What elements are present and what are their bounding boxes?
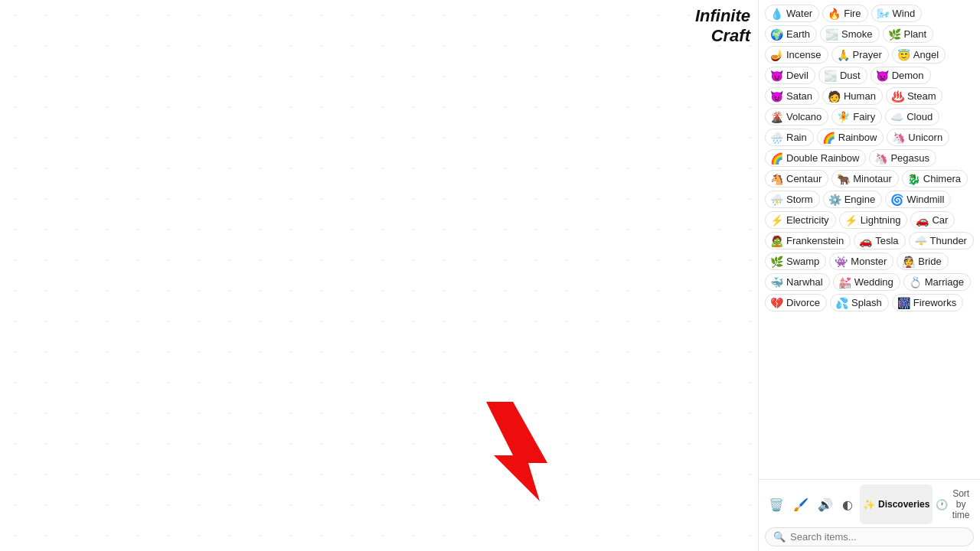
item-divorce[interactable]: 💔Divorce bbox=[765, 294, 827, 311]
icon-narwhal: 🐳 bbox=[770, 277, 783, 288]
label-incense: Incense bbox=[786, 49, 822, 60]
trash-icon[interactable]: 🗑️ bbox=[766, 495, 786, 514]
label-lightning: Lightning bbox=[861, 214, 901, 226]
item-marriage[interactable]: 💍Marriage bbox=[903, 273, 971, 291]
theme-icon[interactable]: ◐ bbox=[840, 495, 855, 514]
item-windmill[interactable]: 🌀Windmill bbox=[885, 191, 951, 208]
item-rainbow[interactable]: 🌈Rainbow bbox=[817, 129, 884, 146]
item-fairy[interactable]: 🧚Fairy bbox=[831, 108, 882, 126]
item-angel[interactable]: 😇Angel bbox=[892, 46, 946, 64]
item-incense[interactable]: 🪔Incense bbox=[765, 46, 828, 64]
item-rain[interactable]: 🌧️Rain bbox=[765, 129, 814, 146]
icon-lightning: ⚡ bbox=[844, 215, 858, 226]
icon-unicorn: 🦄 bbox=[892, 132, 905, 143]
volume-icon[interactable]: 🔊 bbox=[815, 495, 835, 514]
icon-swamp: 🌿 bbox=[770, 256, 783, 267]
label-splash: Splash bbox=[851, 297, 882, 308]
item-fire[interactable]: 🔥Fire bbox=[822, 5, 867, 22]
icon-devil: 😈 bbox=[770, 70, 783, 81]
canvas-area[interactable]: Infinite Craft bbox=[0, 0, 758, 551]
label-minotaur: Minotaur bbox=[853, 173, 892, 184]
label-dust: Dust bbox=[840, 70, 861, 81]
tab-discoveries[interactable]: ✨Discoveries bbox=[860, 484, 933, 524]
item-plant[interactable]: 🌿Plant bbox=[883, 25, 934, 43]
search-input[interactable] bbox=[790, 531, 965, 543]
icon-earth: 🌍 bbox=[770, 29, 783, 40]
label-earth: Earth bbox=[786, 28, 810, 40]
item-engine[interactable]: ⚙️Engine bbox=[823, 191, 882, 208]
label-unicorn: Unicorn bbox=[908, 132, 942, 143]
item-frankenstein[interactable]: 🧟Frankenstein bbox=[765, 232, 851, 249]
label-plant: Plant bbox=[904, 28, 927, 40]
icon-windmill: 🌀 bbox=[890, 194, 903, 205]
label-human: Human bbox=[844, 90, 876, 102]
item-steam[interactable]: ♨️Steam bbox=[886, 87, 943, 105]
item-human[interactable]: 🧑Human bbox=[822, 87, 883, 105]
item-dust[interactable]: 🌫️Dust bbox=[818, 67, 867, 84]
item-lightning[interactable]: ⚡Lightning bbox=[839, 211, 908, 229]
icon-rainbow: 🌈 bbox=[822, 132, 835, 143]
item-monster[interactable]: 👾Monster bbox=[829, 253, 893, 270]
item-satan[interactable]: 😈Satan bbox=[765, 87, 819, 105]
item-volcano[interactable]: 🌋Volcano bbox=[765, 108, 828, 126]
icon-wind: 🌬️ bbox=[877, 8, 890, 19]
label-fire: Fire bbox=[844, 8, 861, 19]
label-swamp: Swamp bbox=[786, 256, 819, 267]
icon-minotaur: 🐂 bbox=[837, 174, 850, 184]
label-storm: Storm bbox=[786, 194, 813, 205]
item-water[interactable]: 💧Water bbox=[765, 5, 819, 22]
item-wedding[interactable]: 💒Wedding bbox=[833, 273, 900, 291]
items-grid[interactable]: 💧Water🔥Fire🌬️Wind🌍Earth🌫️Smoke🌿Plant🪔Inc… bbox=[759, 0, 980, 479]
icon-fire: 🔥 bbox=[828, 8, 841, 19]
item-fireworks[interactable]: 🎆Fireworks bbox=[892, 294, 963, 311]
label-demon: Demon bbox=[892, 70, 924, 81]
item-earth[interactable]: 🌍Earth bbox=[765, 25, 817, 43]
icon-tesla: 🚗 bbox=[859, 236, 872, 246]
brush-icon[interactable]: 🖌️ bbox=[791, 495, 811, 514]
tab-icon-discoveries: ✨ bbox=[863, 499, 875, 510]
search-bar[interactable]: 🔍 bbox=[765, 527, 974, 546]
label-centaur: Centaur bbox=[786, 173, 822, 184]
label-rain: Rain bbox=[786, 132, 807, 143]
label-bride: Bride bbox=[918, 256, 941, 267]
label-tesla: Tesla bbox=[875, 235, 898, 246]
item-double-rainbow[interactable]: 🌈Double Rainbow bbox=[765, 149, 866, 167]
item-electricity[interactable]: ⚡Electricity bbox=[765, 211, 836, 229]
item-demon[interactable]: 👿Demon bbox=[871, 67, 931, 84]
item-bride[interactable]: 👰Bride bbox=[897, 253, 948, 270]
label-monster: Monster bbox=[851, 256, 887, 267]
label-angel: Angel bbox=[913, 49, 939, 60]
item-unicorn[interactable]: 🦄Unicorn bbox=[887, 129, 949, 146]
item-car[interactable]: 🚗Car bbox=[910, 211, 955, 229]
item-chimera[interactable]: 🐉Chimera bbox=[902, 170, 968, 187]
red-arrow bbox=[471, 402, 563, 509]
item-wind[interactable]: 🌬️Wind bbox=[871, 5, 923, 22]
item-storm[interactable]: ⛈️Storm bbox=[765, 191, 820, 208]
icon-centaur: 🐴 bbox=[770, 174, 783, 184]
item-smoke[interactable]: 🌫️Smoke bbox=[820, 25, 879, 43]
label-car: Car bbox=[932, 214, 948, 226]
label-engine: Engine bbox=[844, 194, 875, 205]
item-centaur[interactable]: 🐴Centaur bbox=[765, 170, 828, 187]
icon-incense: 🪔 bbox=[770, 50, 783, 60]
item-swamp[interactable]: 🌿Swamp bbox=[765, 253, 826, 270]
tab-sort-by-time[interactable]: 🕐Sort by time bbox=[933, 484, 974, 524]
item-tesla[interactable]: 🚗Tesla bbox=[854, 232, 905, 249]
icon-smoke: 🌫️ bbox=[825, 29, 838, 40]
label-double-rainbow: Double Rainbow bbox=[786, 152, 859, 164]
item-minotaur[interactable]: 🐂Minotaur bbox=[831, 170, 899, 187]
label-electricity: Electricity bbox=[786, 214, 829, 226]
item-cloud[interactable]: ☁️Cloud bbox=[885, 108, 939, 126]
tab-icon-sort-by-time: 🕐 bbox=[936, 499, 948, 510]
item-narwhal[interactable]: 🐳Narwhal bbox=[765, 273, 830, 291]
item-splash[interactable]: 💦Splash bbox=[830, 294, 889, 311]
tab-label-discoveries: Discoveries bbox=[878, 499, 929, 510]
item-prayer[interactable]: 🙏Prayer bbox=[831, 46, 889, 64]
icon-volcano: 🌋 bbox=[770, 112, 783, 122]
item-devil[interactable]: 😈Devil bbox=[765, 67, 815, 84]
label-frankenstein: Frankenstein bbox=[786, 235, 844, 246]
item-thunder[interactable]: 🌩️Thunder bbox=[909, 232, 974, 249]
icon-human: 🧑 bbox=[828, 91, 841, 102]
item-pegasus[interactable]: 🦄Pegasus bbox=[869, 149, 936, 167]
icon-thunder: 🌩️ bbox=[914, 236, 927, 246]
